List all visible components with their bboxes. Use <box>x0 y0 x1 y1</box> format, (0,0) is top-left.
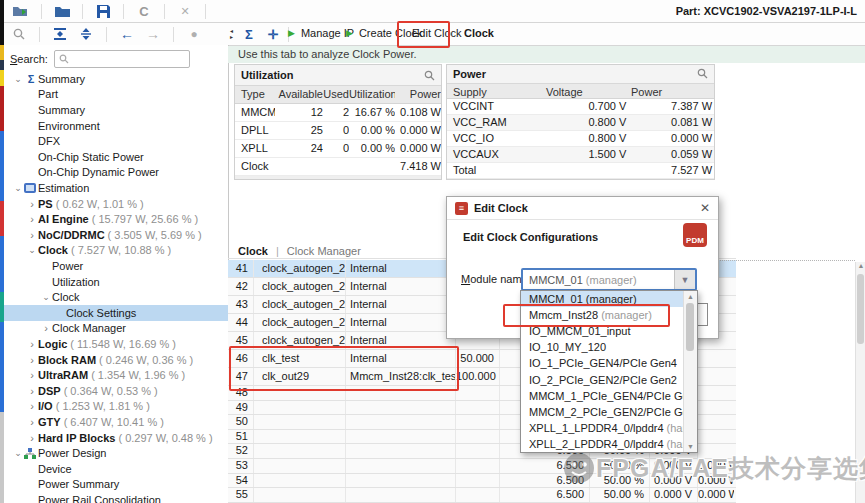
tab-clock-manager[interactable]: Clock Manager <box>287 245 361 257</box>
expand-all-icon[interactable] <box>77 25 95 43</box>
chevron-right-icon[interactable]: › <box>26 400 38 412</box>
dropdown-item-mmcm-inst28[interactable]: Mmcm_Inst28 (manager) <box>521 307 684 323</box>
column-header-power[interactable]: Power <box>395 86 441 103</box>
forward-arrow-icon[interactable]: → <box>144 25 162 43</box>
utilization-search-icon[interactable] <box>424 70 435 81</box>
table-row[interactable]: VCC_IO0.800 V0.000 W <box>447 131 714 147</box>
tree-item-on-chip-dynamic-power[interactable]: On-Chip Dynamic Power <box>4 165 228 181</box>
clock-table-row-54[interactable]: 546.50050.00 %0.000 V0.000 W <box>228 474 736 489</box>
tree-item-utilization[interactable]: Utilization <box>4 274 228 290</box>
tree-item-hard-ip-blocks[interactable]: ›Hard IP Blocks( 0.297 W, 0.48 % ) <box>4 430 228 446</box>
dropdown-item-mmcm-2-pcie-gen2-pcie-gen2[interactable]: MMCM_2_PCIe_GEN2/PCIe Gen2 <box>521 404 684 420</box>
tree-item-summary[interactable]: ⌄ΣSummary <box>4 71 228 87</box>
tree-item-power[interactable]: Power <box>4 258 228 274</box>
tree-item-logic[interactable]: ›Logic( 11.548 W, 16.69 % ) <box>4 336 228 352</box>
table-row[interactable]: Clock7.418 W <box>235 158 441 176</box>
tree-item-ultraram[interactable]: ›UltraRAM( 1.354 W, 1.96 % ) <box>4 367 228 383</box>
tree-item-ps[interactable]: ›PS( 0.62 W, 1.01 % ) <box>4 196 228 212</box>
dropdown-item-io-2-pcie-gen2-pcie-gen2[interactable]: IO_2_PCIe_GEN2/PCIe Gen2 <box>521 372 684 388</box>
tree-item-power-rail-consolidation[interactable]: Power Rail Consolidation <box>4 492 228 503</box>
dropdown-item-io-1-pcie-gen4-pcie-gen4[interactable]: IO_1_PCIe_GEN4/PCIe Gen4 <box>521 355 684 371</box>
tree-item-clock-settings[interactable]: Clock Settings <box>4 305 228 321</box>
chevron-right-icon[interactable]: › <box>26 432 38 444</box>
dropdown-item-xpll-2-lpddr4-0-lpddr4[interactable]: XPLL_2_LPDDR4_0/lpddr4 (hard mc)_mem <box>521 436 684 452</box>
tree-item-environment[interactable]: Environment <box>4 118 228 134</box>
chevron-down-icon[interactable]: ⌄ <box>12 74 24 84</box>
tree-item-clock[interactable]: ⌄Clock <box>4 289 228 305</box>
column-header-voltage[interactable]: Voltage <box>546 84 583 100</box>
close-icon[interactable]: ✕ <box>700 201 710 215</box>
folder-icon[interactable] <box>53 2 71 20</box>
chevron-right-icon[interactable]: › <box>26 385 38 397</box>
table-row[interactable]: DPLL2500.00 %0.000 W <box>235 122 441 140</box>
scroll-down-icon[interactable]: ▼ <box>684 443 697 450</box>
chevron-right-icon[interactable]: › <box>26 229 38 241</box>
column-header-supply[interactable]: Supply <box>453 84 487 100</box>
chevron-right-icon[interactable]: › <box>26 338 38 350</box>
table-row[interactable]: VCC_RAM0.800 V0.081 W <box>447 115 714 131</box>
chevron-down-icon[interactable]: ⌄ <box>12 183 24 193</box>
table-row[interactable]: VCCAUX1.500 V0.059 W <box>447 147 714 163</box>
chevron-right-icon[interactable]: › <box>26 213 38 225</box>
save-icon[interactable] <box>94 2 112 20</box>
table-row[interactable]: XPLL2400.00 %0.000 W <box>235 140 441 158</box>
dropdown-item-io-mmcm-01-input[interactable]: IO_MMCM_01_input <box>521 323 684 339</box>
panel-splitter-icon[interactable]: ◂▸ <box>230 28 233 40</box>
tree-item-ai-engine[interactable]: ›AI Engine( 15.797 W, 25.66 % ) <box>4 211 228 227</box>
scrollbar-thumb[interactable] <box>857 274 864 344</box>
clock-table-scrollbar[interactable]: ▲ <box>855 262 865 503</box>
collapse-all-icon[interactable] <box>51 25 69 43</box>
column-header-power[interactable]: Power <box>631 84 662 100</box>
chevron-right-icon[interactable]: › <box>26 369 38 381</box>
tree-item-gty[interactable]: ›GTY( 6.407 W, 10.41 % ) <box>4 414 228 430</box>
clock-table-row-53[interactable]: 536.50050.00 %0.000 V0.000 W <box>228 459 736 474</box>
column-header-utilization[interactable]: Utilization <box>349 86 395 103</box>
table-row[interactable]: Total7.527 W <box>447 163 714 179</box>
column-header-available[interactable]: Available <box>275 86 323 103</box>
edit-clock-button[interactable]: Edit Clock <box>404 25 470 41</box>
tree-item-power-design[interactable]: ⌄Power Design <box>4 445 228 461</box>
tree-item-power-summary[interactable]: Power Summary <box>4 477 228 493</box>
table-row[interactable]: MMCM12216.67 %0.108 W <box>235 104 441 122</box>
dropdown-scrollbar[interactable]: ▲ ▼ <box>683 291 697 452</box>
refresh-icon[interactable]: C <box>135 2 153 20</box>
tree-item-dsp[interactable]: ›DSP( 0.364 W, 0.53 % ) <box>4 383 228 399</box>
tree-item-device[interactable]: Device <box>4 461 228 477</box>
clock-table-row-55[interactable]: 556.50050.00 %0.000 V0.000 W <box>228 488 736 503</box>
search-input[interactable] <box>54 50 190 68</box>
module-name-combobox[interactable]: MMCM_01 (manager) ▼ <box>521 268 697 291</box>
tree-item-dfx[interactable]: DFX <box>4 133 228 149</box>
dropdown-item-mmcm-1-pcie-gen4-pcie-gen4[interactable]: MMCM_1_PCIe_GEN4/PCIe Gen4 <box>521 388 684 404</box>
sigma-summary-icon[interactable]: Σ <box>240 25 258 43</box>
tree-item-summary[interactable]: Summary <box>4 102 228 118</box>
tree-item-clock-manager[interactable]: ›Clock Manager <box>4 321 228 337</box>
tree-item-part[interactable]: Part <box>4 87 228 103</box>
table-row[interactable]: VCCINT0.700 V7.387 W <box>447 99 714 115</box>
search-icon[interactable] <box>10 25 28 43</box>
chevron-right-icon[interactable]: › <box>26 416 38 428</box>
tree-item-i-o[interactable]: ›I/O( 1.253 W, 1.81 % ) <box>4 399 228 415</box>
chevron-down-icon[interactable]: ⌄ <box>40 292 52 302</box>
chevron-right-icon[interactable]: › <box>26 198 38 210</box>
chevron-down-icon[interactable]: ⌄ <box>12 448 24 458</box>
scroll-up-icon[interactable]: ▲ <box>684 293 697 300</box>
column-header-type[interactable]: Type <box>235 86 275 103</box>
tree-item-estimation[interactable]: ⌄Estimation <box>4 180 228 196</box>
power-search-icon[interactable] <box>697 68 708 79</box>
dropdown-item-io-10-my-120[interactable]: IO_10_MY_120 <box>521 339 684 355</box>
dialog-titlebar[interactable]: ≡ Edit Clock ✕ <box>447 197 718 220</box>
tree-item-on-chip-static-power[interactable]: On-Chip Static Power <box>4 149 228 165</box>
column-header-used[interactable]: Used <box>323 86 349 103</box>
record-icon[interactable]: ● <box>185 25 203 43</box>
scrollbar-thumb[interactable] <box>686 303 694 351</box>
dropdown-item-mmcm-01-manager[interactable]: MMCM_01 (manager) <box>521 291 684 307</box>
dropdown-item-xpll-1-lpddr4-0-lpddr4[interactable]: XPLL_1_LPDDR4_0/lpddr4 (hard mc)_mem <box>521 420 684 436</box>
delete-icon[interactable]: ✕ <box>176 2 194 20</box>
chevron-down-icon[interactable]: ▼ <box>674 270 695 289</box>
tab-clock[interactable]: Clock <box>238 245 268 257</box>
chevron-down-icon[interactable]: ⌄ <box>26 245 38 255</box>
tree-item-noc-ddrmc[interactable]: ›NoC/DDRMC( 3.505 W, 5.69 % ) <box>4 227 228 243</box>
chevron-right-icon[interactable]: › <box>26 354 38 366</box>
chevron-right-icon[interactable]: › <box>40 322 52 334</box>
move-cross-icon[interactable]: ✛ <box>264 25 282 43</box>
